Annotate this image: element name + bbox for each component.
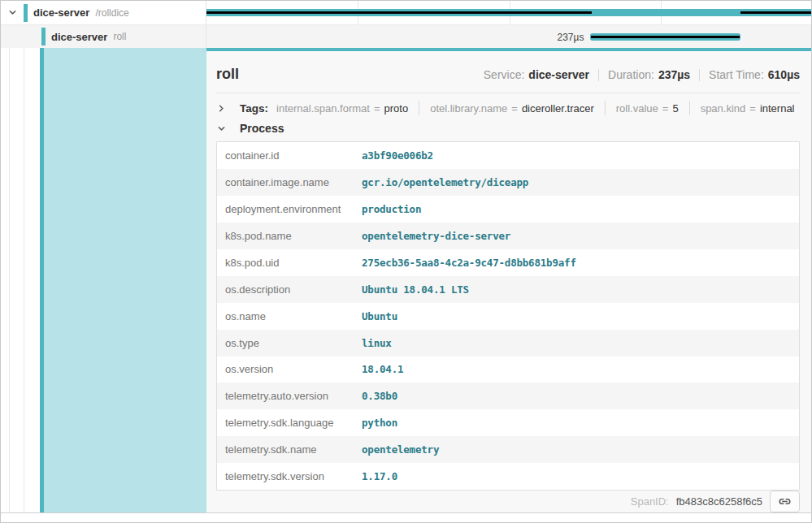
process-value: 0.38b0	[362, 390, 397, 402]
span-detail-area: roll Service: dice-server Duration: 237µ…	[1, 48, 811, 512]
spanid-value: fb483c8c6258f6c5	[676, 495, 762, 508]
tag-equals: =	[511, 102, 518, 115]
process-key: container.image.name	[225, 176, 362, 188]
table-row: telemetry.sdk.version 1.17.0	[217, 463, 799, 490]
table-row: os.version 18.04.1	[217, 357, 799, 383]
tag-divider	[689, 101, 690, 115]
service-value: dice-server	[528, 68, 589, 81]
process-value: Ubuntu	[362, 310, 397, 322]
tags-accordion[interactable]: Tags: internal.span.format = proto otel.…	[216, 101, 800, 115]
selected-span-highlight	[44, 48, 206, 512]
indent-guide	[24, 48, 24, 512]
service-color-chip	[24, 4, 28, 22]
table-row: telemetry.sdk.language python	[217, 409, 799, 436]
process-key: os.version	[225, 363, 362, 375]
process-accordion[interactable]: Process	[216, 122, 800, 135]
critical-path-segment	[206, 11, 592, 14]
tag-key: internal.span.format	[276, 102, 370, 115]
start-time-label: Start Time:	[709, 68, 764, 81]
service-label: Service:	[484, 68, 525, 81]
process-value: a3bf90e006b2	[362, 149, 433, 162]
process-value: python	[362, 417, 397, 429]
table-row: k8s.pod.name opentelemetry-dice-server	[217, 223, 799, 249]
process-key: container.id	[225, 149, 362, 162]
span-title: roll	[216, 66, 239, 83]
process-key: os.description	[225, 283, 362, 296]
process-value: 275ecb36-5aa8-4c2a-9c47-d8bb681b9aff	[362, 257, 576, 269]
tag-item: internal.span.format = proto	[276, 102, 408, 115]
chevron-right-icon[interactable]	[216, 104, 226, 113]
table-row: telemetry.auto.version 0.38b0	[217, 383, 799, 409]
operation-name: /rolldice	[95, 7, 128, 19]
spanid-label: SpanID:	[631, 495, 669, 508]
tag-key: roll.value	[616, 102, 658, 115]
tag-item: otel.library.name = diceroller.tracer	[430, 102, 594, 115]
indent-guide	[9, 48, 10, 512]
table-row: os.description Ubuntu 18.04.1 LTS	[217, 276, 799, 303]
critical-path-segment	[591, 36, 740, 38]
span-bar-rolldice[interactable]	[206, 9, 811, 16]
process-key: os.type	[225, 337, 362, 349]
process-value: 18.04.1	[362, 363, 403, 375]
process-key: telemetry.sdk.version	[225, 470, 362, 482]
span-bar-roll[interactable]	[590, 33, 740, 41]
service-name: dice-server	[33, 6, 89, 19]
tag-key: otel.library.name	[430, 102, 507, 115]
table-row: k8s.pod.uid 275ecb36-5aa8-4c2a-9c47-d8bb…	[217, 249, 799, 276]
tag-value: diceroller.tracer	[522, 102, 594, 115]
jaeger-trace-timeline-view: dice-server /rolldice dice-server roll 2…	[0, 0, 812, 523]
span-detail-header: roll Service: dice-server Duration: 237µ…	[216, 66, 800, 83]
trace-timeline: dice-server /rolldice dice-server roll 2…	[1, 1, 811, 48]
start-time-value: 610µs	[768, 68, 800, 81]
tag-value: proto	[384, 102, 409, 115]
chevron-down-icon[interactable]	[7, 8, 17, 17]
span-row-rolldice[interactable]: dice-server /rolldice	[1, 1, 811, 24]
process-value: 1.17.0	[362, 470, 397, 482]
span-name-cell[interactable]: dice-server /rolldice	[1, 1, 206, 24]
service-color-chip	[41, 28, 46, 45]
process-key: k8s.pod.name	[225, 230, 362, 242]
meta-divider	[598, 69, 599, 81]
copy-link-button[interactable]	[770, 491, 800, 512]
table-row: container.id a3bf90e006b2	[217, 142, 799, 169]
table-row: os.name Ubuntu	[217, 303, 799, 330]
tags-section-label: Tags:	[240, 102, 268, 115]
tag-value: internal	[760, 102, 795, 115]
process-key: telemetry.auto.version	[225, 390, 362, 402]
span-row-roll[interactable]: dice-server roll 237µs	[1, 24, 811, 48]
span-timeline-cell[interactable]: 237µs	[206, 25, 811, 48]
process-section-label: Process	[240, 122, 284, 135]
duration-value: 237µs	[658, 68, 690, 81]
process-key: k8s.pod.uid	[225, 257, 362, 269]
tag-equals: =	[749, 102, 756, 115]
bottom-strip	[1, 512, 811, 522]
span-timeline-cell[interactable]	[206, 1, 811, 24]
header-divider	[216, 93, 800, 93]
process-value: linux	[362, 337, 392, 349]
critical-path-segment	[740, 11, 811, 14]
chevron-down-icon[interactable]	[216, 124, 226, 133]
process-key: deployment.environment	[225, 203, 362, 215]
process-key: telemetry.sdk.language	[225, 417, 362, 429]
meta-divider	[699, 69, 700, 81]
process-table: container.id a3bf90e006b2 container.imag…	[216, 141, 800, 491]
process-value: opentelemetry-dice-server	[362, 230, 510, 242]
link-icon	[778, 495, 792, 508]
duration-label: Duration:	[608, 68, 654, 81]
table-row: os.type linux	[217, 330, 799, 357]
process-key: telemetry.sdk.name	[225, 443, 362, 456]
process-key: os.name	[225, 310, 362, 322]
span-duration-label-wrap: 237µs	[206, 25, 590, 49]
tag-key: span.kind	[701, 102, 746, 115]
tag-item: roll.value = 5	[616, 102, 679, 115]
table-row: telemetry.sdk.name opentelemetry	[217, 436, 799, 463]
span-detail-panel: roll Service: dice-server Duration: 237µ…	[206, 48, 811, 512]
tag-divider	[419, 101, 419, 115]
tag-divider	[605, 101, 606, 115]
process-value: production	[362, 203, 421, 215]
span-tree-gutter	[1, 48, 206, 512]
tag-value: 5	[672, 102, 678, 115]
span-meta: Service: dice-server Duration: 237µs Sta…	[484, 68, 800, 81]
process-value: Ubuntu 18.04.1 LTS	[362, 283, 469, 296]
span-name-cell[interactable]: dice-server roll	[1, 25, 206, 48]
